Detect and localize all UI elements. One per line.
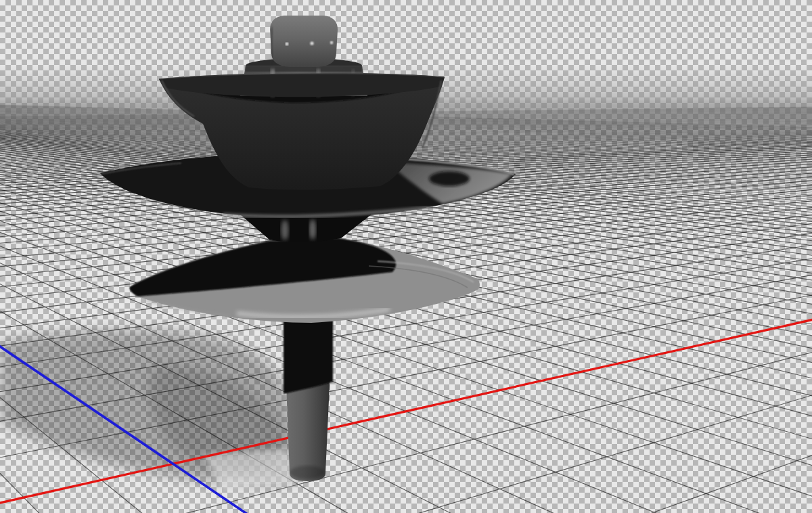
cast-shadow <box>0 330 303 489</box>
model-part-waist[interactable] <box>240 214 372 242</box>
waist-body[interactable] <box>240 214 372 242</box>
saucer-reflection-blob <box>429 171 470 186</box>
grid-line <box>0 460 812 513</box>
3d-viewport[interactable] <box>0 0 812 513</box>
leg-bottom-cap <box>290 466 325 479</box>
knob-specular-3 <box>330 41 334 45</box>
waist-streak-right <box>309 219 316 240</box>
knob-specular-2 <box>310 41 313 45</box>
leg-shadow-upper <box>284 313 333 394</box>
knob-body[interactable] <box>270 16 338 67</box>
scene-overlay <box>0 0 812 513</box>
waist-streak-left <box>281 220 289 240</box>
knob-specular-1 <box>286 43 289 46</box>
model-part-knob[interactable] <box>270 16 338 67</box>
model-part-leg[interactable] <box>284 313 333 481</box>
